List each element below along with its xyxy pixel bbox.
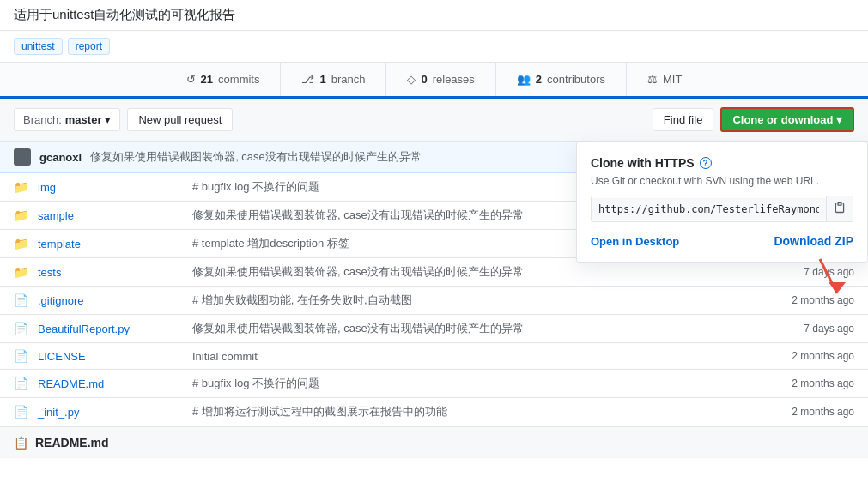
file-row: 📄 README.md # bugfix log 不换行的问题 2 months…: [0, 370, 868, 398]
main-content: gcanoxl 修复如果使用错误截图装饰器, case没有出现错误的时候产生的异…: [0, 142, 868, 458]
file-link[interactable]: README.md: [38, 377, 192, 390]
stat-branches[interactable]: ⎇ 1 branch: [281, 63, 386, 96]
commits-icon: ↺: [186, 73, 196, 86]
clone-popup-title-row: Clone with HTTPS ?: [591, 156, 853, 170]
file-time: 2 months ago: [751, 350, 854, 362]
page-title: 适用于unittest自动化测试的可视化报告: [14, 7, 235, 21]
file-doc-icon: 📄: [14, 377, 31, 390]
clone-url-input[interactable]: [592, 198, 826, 220]
file-commit-msg: 修复如果使用错误截图装饰器, case没有出现错误的时候产生的异常: [192, 264, 751, 280]
file-row: 📄 .gitignore # 增加失败截图功能, 在任务失败时,自动截图 2 m…: [0, 287, 868, 315]
arrow-indicator: [790, 255, 850, 305]
file-row: 📄 BeautifulReport.py 修复如果使用错误截图装饰器, case…: [0, 315, 868, 343]
file-link[interactable]: _init_.py: [38, 406, 192, 419]
file-doc-icon: 📄: [14, 322, 31, 335]
folder-icon: 📁: [14, 180, 31, 194]
file-row: 📄 LICENSE Initial commit 2 months ago: [0, 343, 868, 370]
toolbar-left: Branch: master ▾ New pull request: [14, 108, 233, 131]
chevron-down-icon: ▾: [105, 113, 111, 126]
branch-icon: ⎇: [301, 73, 314, 86]
file-time: 2 months ago: [751, 377, 854, 389]
page-header: 适用于unittest自动化测试的可视化报告: [0, 0, 868, 31]
download-zip-button[interactable]: Download ZIP: [774, 234, 853, 248]
readme-title: README.md: [35, 436, 109, 450]
clone-actions: Open in Desktop Download ZIP: [591, 234, 853, 248]
open-in-desktop-button[interactable]: Open in Desktop: [591, 235, 679, 248]
license-icon: ⚖: [647, 73, 658, 86]
stat-license[interactable]: ⚖ MIT: [627, 63, 702, 96]
tag-icon: ◇: [407, 73, 416, 86]
file-time: 2 months ago: [751, 406, 854, 418]
stats-bar: ↺ 21 commits ⎇ 1 branch ◇ 0 releases 👥 2…: [0, 62, 868, 99]
file-row: 📄 _init_.py # 增加将运行测试过程中的截图展示在报告中的功能 2 m…: [0, 398, 868, 426]
clone-popup: Clone with HTTPS ? Use Git or checkout w…: [576, 142, 868, 263]
folder-icon: 📁: [14, 265, 31, 279]
branch-prefix-label: Branch:: [23, 113, 62, 126]
branch-name: master: [65, 113, 102, 126]
file-link[interactable]: LICENSE: [38, 350, 192, 363]
file-doc-icon: 📄: [14, 293, 31, 307]
stat-releases[interactable]: ◇ 0 releases: [386, 63, 495, 96]
stat-commits[interactable]: ↺ 21 commits: [166, 63, 282, 96]
clone-url-row: [591, 196, 853, 222]
find-file-button[interactable]: Find file: [653, 108, 714, 131]
clone-popup-desc: Use Git or checkout with SVN using the w…: [591, 175, 853, 187]
avatar: [14, 148, 31, 166]
copy-url-button[interactable]: [826, 196, 853, 221]
file-link[interactable]: BeautifulReport.py: [38, 323, 192, 335]
file-link[interactable]: .gitignore: [38, 294, 192, 307]
tags-row: unittest report: [0, 31, 868, 62]
file-doc-icon: 📄: [14, 405, 31, 419]
new-pull-request-button[interactable]: New pull request: [127, 108, 233, 131]
tag-report[interactable]: report: [68, 38, 110, 55]
folder-icon: 📁: [14, 237, 31, 251]
commit-message: 修复如果使用错误截图装饰器, case没有出现错误的时候产生的异常: [90, 149, 422, 165]
readme-section: 📋 README.md: [0, 426, 868, 458]
svg-marker-1: [829, 282, 846, 293]
file-link[interactable]: template: [38, 238, 192, 251]
toolbar-right: Find file Clone or download ▾: [653, 107, 854, 132]
file-commit-msg: # bugfix log 不换行的问题: [192, 376, 751, 391]
file-time: 7 days ago: [751, 323, 854, 335]
file-link[interactable]: img: [38, 181, 192, 194]
file-commit-msg: Initial commit: [192, 350, 751, 363]
clone-popup-title: Clone with HTTPS: [591, 156, 695, 170]
file-link[interactable]: sample: [38, 209, 192, 222]
stat-contributors[interactable]: 👥 2 contributors: [496, 63, 627, 96]
info-icon[interactable]: ?: [700, 157, 712, 169]
toolbar: Branch: master ▾ New pull request Find f…: [0, 99, 868, 142]
file-doc-icon: 📄: [14, 349, 31, 363]
clipboard-icon: [834, 202, 846, 214]
file-commit-msg: # 增加失败截图功能, 在任务失败时,自动截图: [192, 293, 751, 308]
people-icon: 👥: [517, 73, 531, 86]
readme-icon: 📋: [14, 436, 28, 450]
folder-icon: 📁: [14, 208, 31, 222]
file-commit-msg: 修复如果使用错误截图装饰器, case没有出现错误的时候产生的异常: [192, 321, 751, 336]
branch-selector[interactable]: Branch: master ▾: [14, 108, 120, 131]
tag-unittest[interactable]: unittest: [14, 38, 63, 55]
arrow-icon: [790, 255, 850, 302]
file-link[interactable]: tests: [38, 266, 192, 279]
commit-author[interactable]: gcanoxl: [39, 151, 82, 164]
clone-or-download-button[interactable]: Clone or download ▾: [720, 107, 854, 132]
file-commit-msg: # 增加将运行测试过程中的截图展示在报告中的功能: [192, 404, 751, 420]
